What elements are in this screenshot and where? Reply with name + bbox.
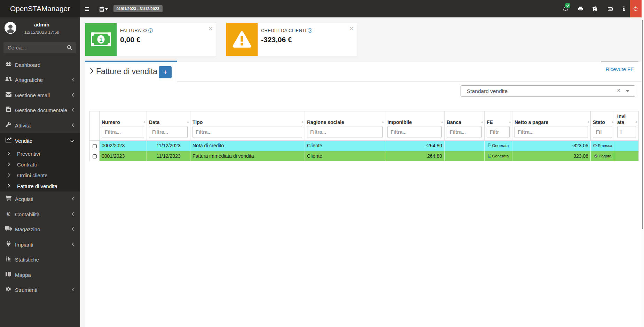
svg-text:1: 1 [99,37,102,43]
